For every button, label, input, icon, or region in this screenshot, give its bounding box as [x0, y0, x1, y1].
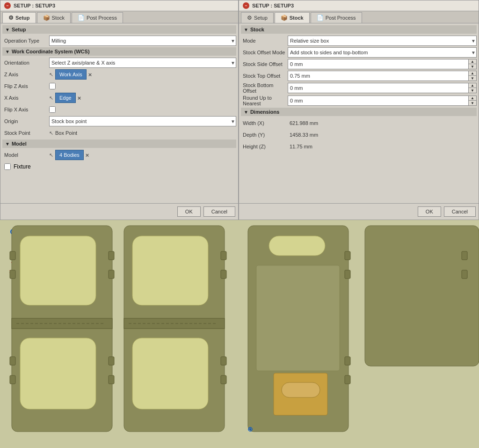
flipzaxis-label: Flip Z Axis — [2, 83, 49, 89]
height-label: Height (Z) — [241, 144, 288, 149]
3d-viewport[interactable]: x Y — [0, 220, 479, 448]
stock-side-offset-up[interactable]: ▲ — [469, 59, 476, 64]
left-panel-footer: OK Cancel — [0, 203, 238, 220]
depth-label: Depth (Y) — [241, 132, 288, 138]
svg-rect-22 — [132, 338, 208, 409]
setup-tab-icon: ⚙ — [8, 15, 14, 21]
stock-offset-mode-select[interactable]: Add stock to sides and top-bottom — [288, 47, 477, 58]
part1-group — [10, 226, 114, 432]
xaxis-remove-btn[interactable]: × — [78, 95, 81, 102]
xaxis-value: Edge — [55, 93, 76, 103]
mode-row: Mode Relative size box ▼ — [241, 36, 477, 46]
fixture-row: Fixture — [2, 162, 236, 172]
svg-rect-28 — [269, 236, 325, 256]
orientation-select[interactable]: Select Z axis/plane & X axis — [49, 58, 236, 68]
xaxis-label: X Axis — [2, 95, 49, 101]
round-up-down[interactable]: ▼ — [469, 101, 476, 105]
left-panel-content: ▼ Setup Operation Type Milling ▼ ▼ Work … — [0, 23, 238, 203]
wcs-section-header: ▼ Work Coordinate System (WCS) — [2, 47, 236, 56]
mode-dropdown-wrapper: Relative size box ▼ — [288, 36, 477, 46]
svg-rect-16 — [109, 357, 114, 365]
operation-type-row: Operation Type Milling ▼ — [2, 36, 236, 46]
round-up-spinbox: ▲ ▼ — [288, 95, 477, 106]
stock-top-offset-spinbox: ▲ ▼ — [288, 71, 477, 81]
stock-top-offset-input[interactable] — [288, 71, 468, 81]
svg-rect-24 — [221, 270, 226, 279]
flipzaxis-checkbox[interactable] — [49, 83, 56, 89]
stock-side-offset-row: Stock Side Offset ▲ ▼ — [241, 59, 477, 69]
svg-rect-29 — [256, 265, 340, 371]
model-remove-btn[interactable]: × — [86, 152, 89, 159]
zaxis-remove-btn[interactable]: × — [88, 71, 92, 78]
svg-rect-15 — [109, 270, 114, 279]
flipxaxis-label: Flip X Axis — [2, 107, 49, 112]
stock-bottom-offset-arrows: ▲ ▼ — [468, 83, 477, 93]
right-stock-tab-icon: 📦 — [281, 15, 288, 21]
tab-stock-left[interactable]: 📦 Stock — [37, 12, 71, 23]
stock-offset-mode-label: Stock Offset Mode — [241, 50, 288, 55]
origin-label: Origin — [2, 118, 49, 124]
fixture-checkbox[interactable] — [4, 163, 11, 170]
stock-bottom-offset-down[interactable]: ▼ — [469, 88, 476, 93]
mode-select[interactable]: Relative size box — [288, 36, 477, 46]
stock-offset-mode-dropdown-wrapper: Add stock to sides and top-bottom ▼ — [288, 47, 477, 58]
origin-dropdown-wrapper: Stock box point ▼ — [49, 116, 236, 126]
operation-type-label: Operation Type — [2, 38, 49, 44]
right-panel-titlebar: − SETUP : SETUP3 — [239, 0, 479, 11]
xaxis-selector: ↖ Edge × — [49, 93, 81, 103]
xaxis-row: X Axis ↖ Edge × — [2, 93, 236, 103]
round-up-row: Round Up to Nearest ▲ ▼ — [241, 95, 477, 106]
stock-side-offset-arrows: ▲ ▼ — [468, 59, 477, 69]
zaxis-cursor-icon: ↖ — [49, 72, 53, 78]
model-arrow: ▼ — [5, 141, 10, 147]
stock-bottom-offset-label: Stock Bottom Offset — [241, 82, 288, 94]
svg-rect-34 — [345, 357, 350, 365]
tab-setup-left[interactable]: ⚙ Setup — [2, 12, 36, 23]
round-up-input[interactable] — [288, 95, 468, 106]
minimize-icon[interactable]: − — [4, 2, 11, 9]
svg-rect-39 — [462, 251, 467, 260]
flipxaxis-checkbox[interactable] — [49, 106, 56, 113]
operation-type-select[interactable]: Milling — [49, 36, 236, 46]
left-ok-button[interactable]: OK — [177, 206, 201, 217]
width-value: 621.988 mm — [288, 120, 318, 126]
orientation-dropdown-wrapper: Select Z axis/plane & X axis ▼ — [49, 58, 236, 68]
svg-rect-33 — [345, 270, 350, 279]
stock-arrow: ▼ — [244, 27, 248, 32]
right-panel-content: ▼ Stock Mode Relative size box ▼ Stock O… — [239, 23, 479, 203]
stock-top-offset-arrows: ▲ ▼ — [468, 71, 477, 81]
setup-arrow: ▼ — [5, 27, 10, 32]
stockpoint-selector: ↖ Box Point — [49, 128, 77, 138]
left-tab-bar: ⚙ Setup 📦 Stock 📄 Post Process — [0, 11, 238, 23]
stock-top-offset-up[interactable]: ▲ — [469, 71, 476, 76]
right-ok-button[interactable]: OK — [418, 206, 441, 217]
svg-rect-31 — [282, 382, 320, 397]
svg-rect-38 — [365, 226, 479, 366]
depth-row: Depth (Y) 1458.33 mm — [241, 130, 477, 140]
model-cursor-icon: ↖ — [49, 152, 53, 158]
origin-row: Origin Stock box point ▼ — [2, 116, 236, 126]
right-cancel-button[interactable]: Cancel — [444, 206, 476, 217]
right-minimize-icon[interactable]: − — [243, 2, 249, 9]
stockpoint-value: Box Point — [55, 130, 77, 136]
stock-top-offset-down[interactable]: ▼ — [469, 76, 476, 81]
svg-rect-17 — [109, 375, 114, 384]
stock-top-offset-row: Stock Top Offset ▲ ▼ — [241, 71, 477, 81]
left-cancel-button[interactable]: Cancel — [203, 206, 235, 217]
stock-tab-icon: 📦 — [43, 15, 50, 21]
stock-bottom-offset-up[interactable]: ▲ — [469, 83, 476, 88]
tab-postprocess-right[interactable]: 📄 Post Process — [311, 12, 362, 23]
stock-side-offset-input[interactable] — [288, 59, 468, 69]
stock-bottom-offset-input[interactable] — [288, 83, 468, 93]
stockpoint-row: Stock Point ↖ Box Point — [2, 128, 236, 138]
round-up-up[interactable]: ▲ — [469, 96, 476, 101]
svg-point-37 — [249, 428, 251, 430]
xaxis-cursor-icon: ↖ — [49, 95, 53, 101]
stock-side-offset-down[interactable]: ▼ — [469, 64, 476, 69]
origin-select[interactable]: Stock box point — [49, 116, 236, 126]
tab-stock-right[interactable]: 📦 Stock — [275, 12, 310, 23]
tab-postprocess-left[interactable]: 📄 Post Process — [72, 12, 123, 23]
tab-setup-right[interactable]: ⚙ Setup — [241, 12, 274, 23]
width-row: Width (X) 621.988 mm — [241, 118, 477, 128]
svg-rect-26 — [221, 375, 226, 384]
